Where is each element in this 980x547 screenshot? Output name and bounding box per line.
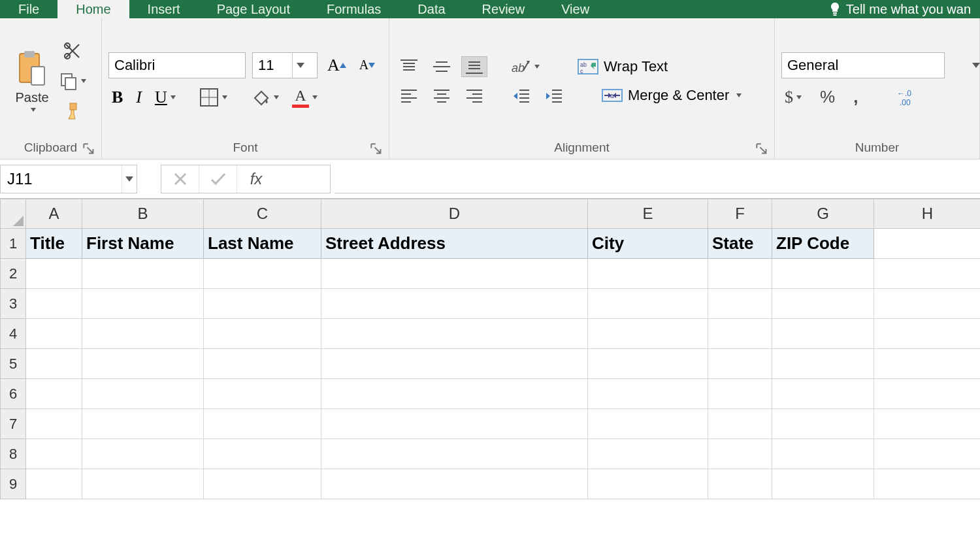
fill-color-button[interactable] <box>248 86 282 109</box>
cell[interactable] <box>708 379 772 409</box>
header-cell[interactable]: First Name <box>82 229 204 259</box>
row-header[interactable]: 4 <box>0 319 26 349</box>
format-painter-button[interactable] <box>56 100 90 122</box>
cell[interactable] <box>588 259 708 289</box>
merge-center-button[interactable]: a Merge & Center <box>598 84 745 107</box>
cell[interactable] <box>204 379 321 409</box>
column-header[interactable]: D <box>321 199 588 229</box>
column-header[interactable]: A <box>26 199 82 229</box>
cell[interactable] <box>321 439 588 469</box>
cell[interactable] <box>26 439 82 469</box>
align-center-button[interactable] <box>429 86 455 105</box>
cell[interactable] <box>26 319 82 349</box>
cell[interactable] <box>26 259 82 289</box>
tell-me-search[interactable]: Tell me what you wan <box>820 0 980 18</box>
number-format-combo[interactable] <box>781 52 945 78</box>
cell[interactable] <box>204 439 321 469</box>
tab-review[interactable]: Review <box>464 0 544 18</box>
align-bottom-button[interactable] <box>461 56 487 77</box>
cell[interactable] <box>708 259 772 289</box>
italic-button[interactable]: I <box>133 86 145 109</box>
cell[interactable] <box>321 289 588 319</box>
cell[interactable] <box>588 469 708 499</box>
orientation-button[interactable]: ab <box>508 56 543 78</box>
cell[interactable] <box>708 319 772 349</box>
formula-input[interactable] <box>335 165 980 193</box>
tab-home[interactable]: Home <box>57 0 129 18</box>
font-size-input[interactable] <box>253 53 292 78</box>
cell[interactable] <box>708 469 772 499</box>
cut-button[interactable] <box>56 40 90 62</box>
column-header[interactable]: G <box>772 199 874 229</box>
cell[interactable] <box>708 289 772 319</box>
cell[interactable] <box>874 259 980 289</box>
header-cell[interactable]: State <box>708 229 772 259</box>
tab-data[interactable]: Data <box>399 0 463 18</box>
cell[interactable] <box>708 409 772 439</box>
paste-button[interactable]: Paste <box>12 46 52 115</box>
decrease-indent-button[interactable] <box>508 86 534 105</box>
column-header[interactable]: E <box>588 199 708 229</box>
cell[interactable] <box>204 289 321 319</box>
accounting-format-button[interactable]: $ <box>781 86 805 109</box>
header-cell[interactable]: City <box>588 229 708 259</box>
cell[interactable] <box>874 349 980 379</box>
cell[interactable] <box>321 319 588 349</box>
increase-indent-button[interactable] <box>541 86 567 105</box>
cancel-formula-button[interactable] <box>161 165 199 193</box>
grow-font-button[interactable]: A <box>324 54 350 77</box>
row-header[interactable]: 3 <box>0 289 26 319</box>
chevron-down-icon[interactable] <box>972 53 980 78</box>
tab-formulas[interactable]: Formulas <box>308 0 399 18</box>
cell[interactable] <box>26 349 82 379</box>
dialog-launcher-icon[interactable] <box>756 143 768 155</box>
increase-decimal-button[interactable]: ←.0.00 <box>894 86 923 108</box>
cell[interactable] <box>708 439 772 469</box>
cell[interactable] <box>26 289 82 319</box>
cell[interactable] <box>26 409 82 439</box>
cell[interactable] <box>874 379 980 409</box>
header-cell[interactable]: ZIP Code <box>772 229 874 259</box>
column-header[interactable]: H <box>874 199 980 229</box>
cell[interactable] <box>772 319 874 349</box>
column-header[interactable]: C <box>204 199 321 229</box>
name-box[interactable] <box>0 165 137 193</box>
cell[interactable] <box>82 379 204 409</box>
cell[interactable] <box>82 289 204 319</box>
cell[interactable] <box>588 289 708 319</box>
cell[interactable] <box>204 409 321 439</box>
cell[interactable] <box>874 409 980 439</box>
cell[interactable] <box>772 259 874 289</box>
cell[interactable] <box>772 469 874 499</box>
align-right-button[interactable] <box>461 86 487 105</box>
font-size-combo[interactable] <box>252 52 318 78</box>
underline-button[interactable]: U <box>152 86 179 109</box>
cell[interactable] <box>874 319 980 349</box>
cell[interactable] <box>874 469 980 499</box>
cell[interactable] <box>26 379 82 409</box>
row-header[interactable]: 7 <box>0 409 26 439</box>
percent-format-button[interactable]: % <box>817 85 838 109</box>
cell[interactable] <box>82 409 204 439</box>
cell[interactable] <box>204 319 321 349</box>
cell[interactable] <box>772 439 874 469</box>
comma-format-button[interactable]: , <box>850 85 861 109</box>
align-top-button[interactable] <box>396 56 422 77</box>
cell[interactable] <box>588 379 708 409</box>
align-left-button[interactable] <box>396 86 422 105</box>
row-header[interactable]: 9 <box>0 469 26 499</box>
align-middle-button[interactable] <box>429 56 455 77</box>
tab-view[interactable]: View <box>543 0 608 18</box>
cell[interactable] <box>204 349 321 379</box>
cell[interactable] <box>26 469 82 499</box>
select-all-corner[interactable] <box>0 199 26 229</box>
cell[interactable] <box>708 349 772 379</box>
cell[interactable] <box>588 409 708 439</box>
name-box-input[interactable] <box>1 170 122 188</box>
row-header[interactable]: 6 <box>0 379 26 409</box>
column-header[interactable]: F <box>708 199 772 229</box>
cell[interactable] <box>82 439 204 469</box>
cell[interactable] <box>588 349 708 379</box>
cell[interactable] <box>874 439 980 469</box>
cell[interactable] <box>588 439 708 469</box>
